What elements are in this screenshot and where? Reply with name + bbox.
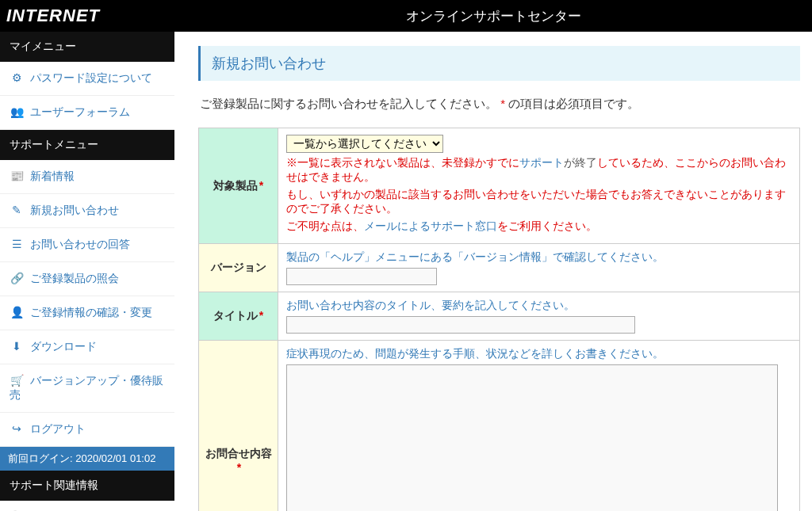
version-input[interactable] <box>286 268 437 285</box>
sidebar-item-products[interactable]: 🔗 ご登録製品の照会 <box>0 262 174 296</box>
sidebar-group-header-support: サポートメニュー <box>0 130 174 160</box>
sidebar-item-label: パスワード設定について <box>30 71 152 84</box>
sidebar-item-label: ご登録情報の確認・変更 <box>30 306 152 318</box>
required-star-icon: * <box>259 309 263 322</box>
sidebar-group-header-mymenu: マイメニュー <box>0 32 174 62</box>
title-hint: お問い合わせ内容のタイトル、要約を記入してください。 <box>286 299 791 313</box>
list-icon: ☰ <box>10 238 24 250</box>
last-login-info: 前回ログイン: 2020/02/01 01:02 <box>0 447 174 471</box>
intro-text: ご登録製品に関するお問い合わせを記入してください。 * の項目は必須項目です。 <box>200 97 799 112</box>
intro-pre: ご登録製品に関するお問い合わせを記入してください。 <box>200 97 497 110</box>
label-text: 対象製品 <box>213 179 258 192</box>
row-label-title: タイトル* <box>199 292 278 341</box>
row-cell-body: 症状再現のため、問題が発生する手順、状況などを詳しくお書きください。 問題が発生… <box>278 341 800 512</box>
users-icon: 👥 <box>10 105 24 118</box>
link-icon: 🔗 <box>10 272 24 284</box>
version-hint: 製品の「ヘルプ」メニューにある「バージョン情報」で確認してください。 <box>286 250 791 265</box>
sidebar-item-logout[interactable]: ↪ ログアウト <box>0 413 174 447</box>
sidebar-item-responses[interactable]: ☰ お問い合わせの回答 <box>0 228 174 262</box>
page-title: 新規お問い合わせ <box>198 46 800 81</box>
intro-post: の項目は必須項目です。 <box>508 97 639 110</box>
sidebar-item-label: 新規お問い合わせ <box>30 204 119 216</box>
edit-icon: ✎ <box>10 204 24 216</box>
user-icon: 👤 <box>10 306 24 318</box>
cart-icon: 🛒 <box>10 374 24 387</box>
sidebar-group-header-related: サポート関連情報 <box>0 471 174 501</box>
news-icon: 📰 <box>10 170 24 182</box>
sidebar-item-download[interactable]: ⬇ ダウンロード <box>0 330 174 364</box>
sidebar-item-news[interactable]: 📰 新着情報 <box>0 160 174 194</box>
label-text: お問合せ内容 <box>205 447 272 460</box>
download-icon: ⬇ <box>10 340 24 353</box>
body-textarea[interactable] <box>286 364 778 511</box>
topbar: INTERNET オンラインサポートセンター <box>0 0 812 32</box>
gear-icon: ⚙ <box>10 71 24 84</box>
row-cell-version: 製品の「ヘルプ」メニューにある「バージョン情報」で確認してください。 <box>278 244 800 292</box>
sidebar-item-label: 新着情報 <box>30 170 75 182</box>
product-select[interactable]: 一覧から選択してください <box>286 135 443 153</box>
required-star-icon: * <box>237 461 241 474</box>
sidebar-item-forum[interactable]: 👥 ユーザーフォーラム <box>0 96 174 130</box>
row-cell-product: 一覧から選択してください ※一覧に表示されない製品は、未登録かすでにサポートが終… <box>278 128 800 244</box>
product-note-3: ご不明な点は、メールによるサポート窓口をご利用ください。 <box>286 219 791 234</box>
required-star-icon: * <box>259 179 263 192</box>
row-cell-title: お問い合わせ内容のタイトル、要約を記入してください。 <box>278 292 800 341</box>
product-note-1: ※一覧に表示されない製品は、未登録かすでにサポートが終了しているため、ここからの… <box>286 156 791 185</box>
sidebar-item-label: ご登録製品の照会 <box>30 272 119 284</box>
sidebar-item-upgrade[interactable]: 🛒 バージョンアップ・優待販売 <box>0 364 174 413</box>
sidebar-item-label: ダウンロード <box>30 340 97 353</box>
sidebar-item-label: ユーザーフォーラム <box>30 105 130 118</box>
sidebar-item-label: バージョンアップ・優待販売 <box>10 374 163 401</box>
row-label-body: お問合せ内容* <box>199 341 278 512</box>
title-input[interactable] <box>286 316 635 334</box>
sidebar: マイメニュー ⚙ パスワード設定について 👥 ユーザーフォーラム サポートメニュ… <box>0 32 174 511</box>
row-label-version: バージョン <box>199 244 278 292</box>
inquiry-form-table: 対象製品* 一覧から選択してください ※一覧に表示されない製品は、未登録かすでに… <box>198 128 800 511</box>
product-note-2: もし、いずれかの製品に該当するお問い合わせをいただいた場合でもお答えできないこと… <box>286 188 791 216</box>
body-hint: 症状再現のため、問題が発生する手順、状況などを詳しくお書きください。 <box>286 347 791 361</box>
mail-support-link[interactable]: メールによるサポート窓口 <box>364 220 497 232</box>
row-label-product: 対象製品* <box>199 128 278 244</box>
brand-logo: INTERNET <box>0 6 174 26</box>
main-content: 新規お問い合わせ ご登録製品に関するお問い合わせを記入してください。 * の項目… <box>174 32 812 511</box>
required-star: * <box>500 97 505 110</box>
label-text: タイトル <box>213 309 258 322</box>
sidebar-item-label: お問い合わせの回答 <box>30 238 130 250</box>
logout-icon: ↪ <box>10 422 24 435</box>
sidebar-item-faq[interactable]: 🔍 よくある質問を検索 <box>0 501 174 511</box>
site-title: オンラインサポートセンター <box>174 7 812 25</box>
sidebar-item-new-inquiry[interactable]: ✎ 新規お問い合わせ <box>0 194 174 228</box>
sidebar-item-label: ログアウト <box>30 422 86 435</box>
sidebar-item-password[interactable]: ⚙ パスワード設定について <box>0 62 174 96</box>
sidebar-item-account[interactable]: 👤 ご登録情報の確認・変更 <box>0 296 174 330</box>
